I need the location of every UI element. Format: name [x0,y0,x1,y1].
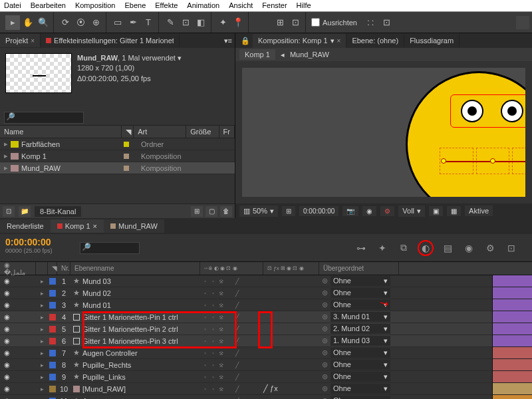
res-icon[interactable]: ⊞ [282,206,295,216]
menu-ebene[interactable]: Ebene [124,1,146,10]
tab-composition[interactable]: Komposition: Komp 1 ▾ × [253,34,346,48]
interpret-footage-icon[interactable]: ⊡ [3,206,15,217]
tab-layer[interactable]: Ebene: (ohne) [346,34,404,47]
panel-menu-icon[interactable]: ▾≡ [221,37,235,45]
snap-opts2-icon[interactable]: ⊡ [380,15,394,30]
grid-icon[interactable]: ⊡ [288,15,303,30]
resolution-dropdown[interactable]: Voll ▾ [398,205,425,217]
tl-tool1-icon[interactable]: ⊶ [354,241,368,255]
camera-tool[interactable]: ⦿ [73,15,88,30]
transparency-icon[interactable]: ▦ [447,206,461,216]
puppet-tool[interactable]: 📍 [231,15,245,30]
col-switches[interactable]: ◦◦※ ◐ ◉ ⊡ ◉ [200,262,263,275]
menu-komposition[interactable]: Komposition [75,1,116,10]
snap-icon[interactable]: ⊞ [273,15,287,30]
parent-dropdown[interactable]: Ohne▾ [331,372,390,382]
parent-dropdown[interactable]: Ohne▾ [331,396,390,399]
col-layername[interactable]: Ebenenname [70,262,200,275]
align-checkbox[interactable]: Ausrichten [311,18,357,27]
draft-icon[interactable]: ⚙ [483,241,497,255]
breadcrumb-komp1[interactable]: Komp 1 [239,49,275,60]
layer-row[interactable]: ◉ ▸ 10 [Mund_RAW] ◦◦※╱ ╱ ƒx ⊚Ohne▾ [0,383,532,395]
channel-icon[interactable]: ◉ [362,206,376,216]
parent-dropdown[interactable]: 1. Mund 03▾ [331,336,390,346]
layer-row[interactable]: ◉ ▸ 4 Gitter 1 Marionetten-Pin 1 ctrl ◦◦… [0,311,532,323]
bit-depth[interactable]: 8-Bit-Kanal [35,206,81,217]
timeline-tracks[interactable] [492,275,532,399]
frame-blend-icon[interactable]: ⊡ [504,241,519,255]
hand-tool[interactable]: ✋ [21,15,35,30]
layer-row[interactable]: ◉ ▸ 11 ★Augen ◦◦※╱ ⊚Ohne▾ [0,395,532,399]
rotate-tool[interactable]: ⟳ [58,15,72,30]
layer-row[interactable]: ◉ ▸ 1 ★Mund 03 ◦◦※╱ ⊚Ohne▾ [0,275,532,287]
pen-tool[interactable]: ✒ [126,15,140,30]
parent-dropdown[interactable]: Ohne▾ [331,360,390,370]
parent-dropdown[interactable]: Ohne▾ [331,348,390,358]
new-comp-icon[interactable]: ⊞ [191,206,203,217]
tab-renderqueue[interactable]: Renderliste [0,219,51,233]
rect-tool[interactable]: ▭ [110,15,125,30]
text-tool[interactable]: T [141,15,156,30]
composition-viewport[interactable] [235,61,532,203]
eraser-tool[interactable]: ◧ [194,15,208,30]
menu-bearbeiten[interactable]: Bearbeiten [31,1,66,10]
roto-tool[interactable]: ✦ [215,15,230,30]
timecode[interactable]: 0:00:00:00 [5,237,68,247]
menu-hilfe[interactable]: Hilfe [297,1,311,10]
menu-effekte[interactable]: Effekte [155,1,178,10]
project-item[interactable]: ▸Komp 1Komposition [0,150,235,162]
zoom-tool[interactable]: 🔍 [36,15,51,30]
col-number[interactable]: Nr. [57,262,70,275]
3d-icon[interactable]: ◉ [462,241,476,255]
menu-ansicht[interactable]: Ansicht [229,1,253,10]
time-display[interactable]: 0:00:00:00 [299,206,338,216]
parent-dropdown[interactable]: Ohne▾ [331,276,390,286]
menu-datei[interactable]: Datei [4,1,21,10]
clone-tool[interactable]: ⊡ [178,15,193,30]
layer-row[interactable]: ◉ ▸ 7 ★Augen Controller ◦◦※╱ ⊚Ohne▾ [0,347,532,359]
shy-icon[interactable]: ⧉ [396,241,411,255]
menu-fenster[interactable]: Fenster [262,1,287,10]
layer-row[interactable]: ◉ ▸ 2 ★Mund 02 ◦◦※╱ ⊚Ohne▾ [0,287,532,299]
parent-dropdown[interactable]: 2. Mund 02▾ [331,324,390,334]
lock-icon[interactable]: 🔒 [238,37,253,45]
project-search[interactable]: 🔎 [4,112,84,124]
menu-animation[interactable]: Animation [187,1,219,10]
snapshot-icon[interactable]: 📷 [342,206,358,216]
brush-tool[interactable]: ✎ [163,15,178,30]
search-icon[interactable] [516,16,529,29]
new-bin-icon[interactable]: ▢ [205,206,217,217]
col-parent[interactable]: Übergeordnet [319,262,399,275]
new-folder-icon[interactable]: 📁 [19,206,31,217]
tl-tool2-icon[interactable]: ✦ [375,241,390,255]
parent-dropdown[interactable]: 3. Mund 01▾ [331,312,390,322]
roi-icon[interactable]: ▣ [429,206,443,216]
graph-editor-icon[interactable]: ▤ [440,241,455,255]
layer-row[interactable]: ◉ ▸ 6 Gitter 1 Marionetten-Pin 3 ctrl ◦◦… [0,335,532,347]
align-check[interactable] [311,18,320,27]
col-modes[interactable]: ⊡ ƒx ⊞ ◉ ⊡ ◉ [263,262,319,275]
close-icon[interactable]: × [31,37,35,45]
col-label[interactable]: ◥ [122,126,134,138]
camera-dropdown[interactable]: Aktive [465,205,493,216]
layer-row[interactable]: ◉ ▸ 9 ★Pupille_Links ◦◦※╱ ⊚Ohne▾ [0,371,532,383]
selection-tool[interactable]: ▸ [5,15,20,30]
project-item[interactable]: ▸FarbflächenOrdner [0,138,235,150]
zoom-dropdown[interactable]: ▥ 50% ▾ [239,205,278,217]
pan-behind-tool[interactable]: ⊕ [88,15,103,30]
layer-row[interactable]: ◉ ▸ 3 ★Mund 01 ◦◦※╱ ⊚Ohne▾ [0,299,532,311]
menubar[interactable]: Datei Bearbeiten Komposition Ebene Effek… [0,0,532,12]
project-item[interactable]: ▸Mund_RAWKomposition [0,162,235,174]
motion-blur-icon[interactable]: ◐ [418,240,434,256]
col-fr[interactable]: Fr [219,126,235,138]
col-visibility[interactable]: ◉ �ململ [0,262,36,275]
col-name[interactable]: Name [0,126,122,138]
tab-tl-komp1[interactable]: Komp 1 × [51,219,104,233]
timecode-box[interactable]: 0:00:00:00 00000 (25.00 fps) [0,234,73,261]
color-mgmt-icon[interactable]: ⚙ [380,206,394,216]
layer-search[interactable]: 🔎 [80,242,140,254]
tab-effects[interactable]: Effekteinstellungen: Gitter 1 Marionette [41,34,180,47]
col-size[interactable]: Größe [186,126,219,138]
layer-row[interactable]: ◉ ▸ 5 Gitter 1 Marionetten-Pin 2 ctrl ◦◦… [0,323,532,335]
snap-opts-icon[interactable]: ⸬ [364,15,378,30]
